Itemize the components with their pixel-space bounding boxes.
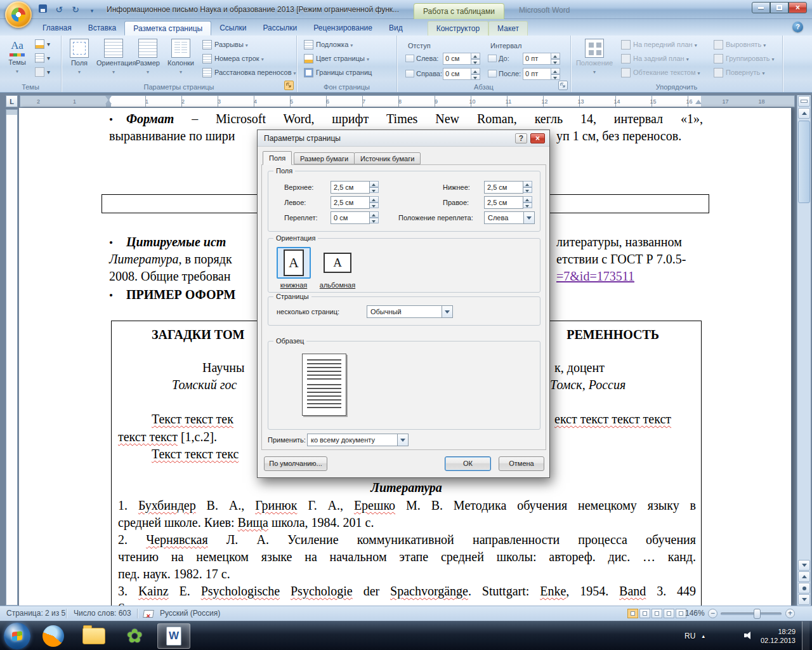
doc-line[interactable]: литературы, названном <box>556 234 682 250</box>
tab-view[interactable]: Вид <box>381 21 411 36</box>
hidden-icons-button[interactable]: ▴ <box>702 633 705 639</box>
left-margin-field[interactable]: 2,5 см <box>331 196 379 209</box>
tab-home[interactable]: Главная <box>34 21 80 36</box>
line-numbers-button[interactable]: Номера строк ▾ <box>200 52 266 65</box>
zoom-slider-thumb[interactable] <box>754 609 761 619</box>
vertical-ruler[interactable] <box>6 109 18 606</box>
gutter-position-dropdown[interactable]: Слева <box>484 211 535 224</box>
apply-to-dropdown[interactable]: ко всему документу <box>307 434 409 446</box>
dialog-tab-paper-source[interactable]: Источник бумаги <box>354 152 421 164</box>
save-button[interactable] <box>36 3 49 16</box>
vertical-scrollbar[interactable] <box>797 95 811 606</box>
left-indent-marker[interactable] <box>106 104 111 107</box>
view-fullscreen-button[interactable] <box>639 609 650 618</box>
spinner-buttons[interactable] <box>370 211 379 223</box>
watermark-button[interactable]: Подложка ▾ <box>302 38 355 51</box>
top-margin-field[interactable]: 2,5 см <box>331 181 379 194</box>
next-page-button[interactable] <box>798 594 810 605</box>
tab-insert[interactable]: Вставка <box>80 21 125 36</box>
zoom-level-button[interactable]: 146% <box>683 606 707 621</box>
page-color-button[interactable]: Цвет страницы ▾ <box>302 52 371 65</box>
doc-paragraph-format[interactable]: •Формат – Microsoft Word, шрифт Times Ne… <box>109 110 703 128</box>
spacing-after-field[interactable]: 0 пт <box>523 68 560 80</box>
margins-button[interactable]: Поля▾ <box>65 37 94 81</box>
dialog-close-button[interactable]: × <box>530 133 545 143</box>
page-setup-dialog-launcher[interactable] <box>284 81 294 90</box>
spinner-buttons[interactable] <box>551 68 560 80</box>
spinner-buttons[interactable] <box>370 196 379 208</box>
doc-line[interactable]: выравнивание по шири <box>109 128 235 144</box>
horizontal-ruler[interactable]: 2112345678910111213141516171819 <box>20 95 795 107</box>
close-button[interactable]: × <box>789 2 807 13</box>
qat-customize-button[interactable]: ▾ <box>85 3 99 16</box>
dialog-tab-margins[interactable]: Поля <box>263 151 292 165</box>
language-indicator[interactable]: RU <box>684 632 695 640</box>
view-outline-button[interactable] <box>664 609 674 618</box>
ok-button[interactable]: ОК <box>445 456 491 471</box>
multiple-pages-dropdown[interactable]: Обычный <box>367 305 453 318</box>
taskbar-word-button[interactable]: W <box>157 623 190 649</box>
view-web-button[interactable] <box>652 609 662 618</box>
send-to-back-button[interactable]: На задний план ▾ <box>619 52 691 65</box>
themes-button[interactable]: Аа Темы▾ <box>3 37 32 81</box>
spinner-buttons[interactable] <box>471 53 480 65</box>
minimize-button[interactable] <box>752 2 770 13</box>
maximize-button[interactable] <box>770 2 789 13</box>
rotate-button[interactable]: Повернуть ▾ <box>712 66 766 79</box>
group-objects-button[interactable]: Группировать ▾ <box>712 52 776 65</box>
spinner-buttons[interactable] <box>523 196 532 208</box>
scroll-down-button[interactable] <box>798 560 810 571</box>
taskbar-icq-button[interactable]: ✿ <box>118 623 151 649</box>
paragraph-dialog-launcher[interactable] <box>558 81 568 90</box>
orientation-portrait-option[interactable]: A <box>277 247 311 279</box>
gutter-field[interactable]: 0 см <box>331 211 379 224</box>
help-button[interactable]: ? <box>792 22 803 32</box>
columns-button[interactable]: Колонки▾ <box>165 37 197 81</box>
default-button[interactable]: По умолчанию... <box>264 456 327 471</box>
page-number-indicator[interactable]: Страница: 2 из 5 <box>4 606 68 621</box>
doc-paragraph-example[interactable]: •ПРИМЕР ОФОРМ <box>109 286 235 304</box>
dialog-tab-paper-size[interactable]: Размер бумаги <box>294 152 355 164</box>
clock[interactable]: 18:29 02.12.2013 <box>761 627 796 645</box>
doc-line[interactable]: етствии с ГОСТ Р 7.0.5- <box>556 251 686 267</box>
view-print-layout-button[interactable] <box>627 609 638 618</box>
taskbar-explorer-button[interactable] <box>77 623 110 649</box>
breaks-button[interactable]: Разрывы ▾ <box>200 38 250 51</box>
tab-stop-selector[interactable]: L <box>6 95 18 107</box>
dialog-help-button[interactable]: ? <box>515 133 527 143</box>
doc-line[interactable]: уп 1 см, без переносов. <box>556 128 681 144</box>
tab-table-layout[interactable]: Макет <box>488 21 528 36</box>
theme-colors-button[interactable]: ▾ <box>33 38 58 51</box>
doc-line[interactable]: Литература, в порядк <box>109 251 232 267</box>
office-button[interactable] <box>5 1 32 28</box>
proofing-status-button[interactable]: × <box>141 606 156 621</box>
select-browse-object-button[interactable] <box>798 583 810 594</box>
orientation-landscape-option[interactable]: A <box>318 247 357 279</box>
theme-effects-button[interactable]: ▾ <box>33 66 58 79</box>
titlebar[interactable]: ↺ ↻ ▾ Информационное письмо Наука и обра… <box>0 0 812 19</box>
tab-table-design[interactable]: Конструктор <box>428 21 488 36</box>
show-desktop-button[interactable] <box>802 621 809 650</box>
spinner-buttons[interactable] <box>471 68 480 80</box>
tab-page-layout[interactable]: Разметка страницы <box>124 21 211 36</box>
tab-references[interactable]: Ссылки <box>211 21 254 36</box>
zoom-out-button[interactable]: − <box>708 609 717 618</box>
doc-paragraph-cited[interactable]: •Цитируемые ист <box>109 234 226 251</box>
spinner-buttons[interactable] <box>551 53 560 65</box>
language-indicator[interactable]: Русский (Россия) <box>157 606 223 621</box>
word-count-indicator[interactable]: Число слов: 603 <box>71 606 134 621</box>
right-indent-marker[interactable] <box>695 100 702 104</box>
taskbar-firefox-button[interactable] <box>37 623 70 649</box>
bring-to-front-button[interactable]: На передний план ▾ <box>619 38 699 51</box>
action-center-icon[interactable] <box>711 632 721 640</box>
volume-icon[interactable] <box>744 632 754 640</box>
doc-hyperlink[interactable]: =7&id=173511 <box>556 268 634 284</box>
orientation-button[interactable]: Ориентация▾ <box>96 37 131 81</box>
dialog-titlebar[interactable]: Параметры страницы ? × <box>258 130 549 147</box>
page-borders-button[interactable]: Границы страниц <box>302 66 374 79</box>
spinner-buttons[interactable] <box>370 181 379 193</box>
indent-left-field[interactable]: 0 см <box>443 53 480 65</box>
doc-line[interactable]: 2008. Общие требован <box>109 268 230 284</box>
indent-right-field[interactable]: 0 см <box>443 68 480 80</box>
size-button[interactable]: Размер▾ <box>133 37 162 81</box>
